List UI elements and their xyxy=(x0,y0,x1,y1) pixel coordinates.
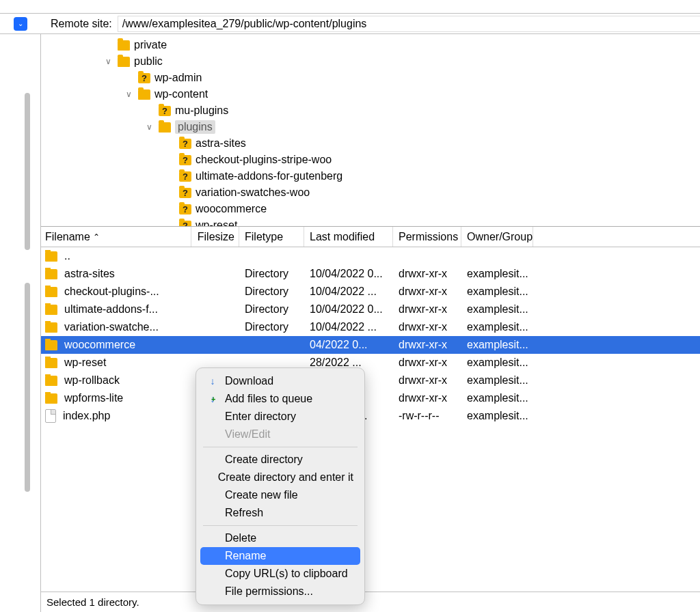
permissions-cell: drwxr-xr-x xyxy=(393,357,461,369)
ctx-add-to-queue[interactable]: ↓ Add files to queue xyxy=(200,390,360,408)
ctx-enter-directory[interactable]: Enter directory xyxy=(200,408,360,426)
tree-item[interactable]: private xyxy=(41,37,700,53)
tree-item[interactable]: ∨plugins xyxy=(41,119,700,135)
folder-icon xyxy=(45,269,57,279)
owner-cell: examplesit... xyxy=(461,374,533,387)
column-filetype[interactable]: Filetype xyxy=(239,227,304,247)
tree-item-label: variation-swatches-woo xyxy=(196,186,310,199)
tree-item-label: ultimate-addons-for-gutenberg xyxy=(196,170,342,182)
tree-item[interactable]: ?wp-admin xyxy=(41,70,700,86)
file-icon xyxy=(45,409,56,423)
filename-label: checkout-plugins-... xyxy=(64,286,159,298)
owner-cell: examplesit... xyxy=(461,321,533,333)
tree-item[interactable]: ∨wp-content xyxy=(41,86,700,102)
tree-item[interactable]: ?variation-swatches-woo xyxy=(41,184,700,201)
tree-item[interactable]: ∨public xyxy=(41,53,700,70)
tree-item-label: private xyxy=(134,39,167,51)
download-icon: ↓ xyxy=(207,376,218,387)
list-item[interactable]: variation-swatche...Directory10/04/2022 … xyxy=(41,318,700,336)
list-item[interactable]: wpforms-lite04/2022 ...drwxr-xr-xexample… xyxy=(41,389,700,407)
scrollbar-thumb[interactable] xyxy=(25,283,30,492)
status-bar: Selected 1 directory. xyxy=(41,592,700,612)
column-headers: Filename ⌃ Filesize Filetype Last modifi… xyxy=(41,227,700,247)
tree-item-label: wp-reset xyxy=(196,219,237,227)
permissions-cell: -rw-r--r-- xyxy=(393,410,461,422)
file-rows[interactable]: ..astra-sitesDirectory10/04/2022 0...drw… xyxy=(41,247,700,592)
add-queue-icon: ↓ xyxy=(207,393,218,404)
list-item[interactable]: astra-sitesDirectory10/04/2022 0...drwxr… xyxy=(41,265,700,283)
tree-item-label: woocommerce xyxy=(196,203,267,215)
filename-label: wp-reset xyxy=(64,357,106,369)
tree-item[interactable]: ?ultimate-addons-for-gutenberg xyxy=(41,168,700,184)
right-column: private∨public?wp-admin∨wp-content?mu-pl… xyxy=(41,34,700,612)
column-last-modified[interactable]: Last modified xyxy=(304,227,393,247)
ctx-create-directory-enter[interactable]: Create directory and enter it xyxy=(200,469,360,486)
dropdown-history-button[interactable]: ⌄ xyxy=(14,17,27,31)
folder-unknown-icon: ? xyxy=(179,204,191,214)
folder-icon xyxy=(45,393,57,404)
file-list-pane: Filename ⌃ Filesize Filetype Last modifi… xyxy=(41,227,700,612)
list-item[interactable]: checkout-plugins-...Directory10/04/2022 … xyxy=(41,283,700,301)
list-item[interactable]: .. xyxy=(41,247,700,265)
column-filesize[interactable]: Filesize xyxy=(191,227,239,247)
tree-item[interactable]: ?checkout-plugins-stripe-woo xyxy=(41,152,700,168)
ctx-copy-urls[interactable]: Copy URL(s) to clipboard xyxy=(200,565,360,583)
folder-icon xyxy=(118,57,130,67)
modified-cell: 10/04/2022 ... xyxy=(304,286,393,298)
list-item[interactable]: ultimate-addons-f...Directory10/04/2022 … xyxy=(41,301,700,318)
list-item[interactable]: index.php05/2021 0...-rw-r--r--examplesi… xyxy=(41,407,700,425)
filetype-cell: Directory xyxy=(239,286,304,298)
modified-cell: 04/2022 0... xyxy=(304,339,393,351)
folder-unknown-icon: ? xyxy=(179,221,191,227)
folder-icon xyxy=(45,340,57,350)
filename-label: ultimate-addons-f... xyxy=(64,303,158,316)
owner-cell: examplesit... xyxy=(461,410,533,422)
tree-item[interactable]: ?wp-reset xyxy=(41,217,700,227)
remote-path-input[interactable] xyxy=(118,16,700,32)
filename-label: astra-sites xyxy=(64,268,115,280)
filename-label: variation-swatche... xyxy=(64,321,159,333)
column-filename[interactable]: Filename ⌃ xyxy=(41,227,191,247)
disclosure-icon[interactable]: ∨ xyxy=(144,122,154,132)
ctx-delete[interactable]: Delete xyxy=(200,529,360,547)
ctx-file-permissions[interactable]: File permissions... xyxy=(200,583,360,600)
list-item[interactable]: wp-rollback04/2022 ...drwxr-xr-xexamples… xyxy=(41,372,700,389)
folder-icon xyxy=(45,322,57,333)
folder-unknown-icon: ? xyxy=(179,188,191,198)
folder-unknown-icon: ? xyxy=(159,106,171,116)
folder-icon xyxy=(45,287,57,297)
filename-label: wpforms-lite xyxy=(64,392,123,404)
permissions-cell: drwxr-xr-x xyxy=(393,303,461,316)
tree-item[interactable]: ?astra-sites xyxy=(41,135,700,152)
disclosure-icon[interactable]: ∨ xyxy=(103,57,113,66)
permissions-cell: drwxr-xr-x xyxy=(393,268,461,280)
modified-cell: 10/04/2022 0... xyxy=(304,268,393,280)
ctx-refresh[interactable]: Refresh xyxy=(200,504,360,522)
list-item[interactable]: woocommerce04/2022 0...drwxr-xr-xexample… xyxy=(41,336,700,354)
tree-item[interactable]: ?woocommerce xyxy=(41,201,700,217)
folder-unknown-icon: ? xyxy=(138,73,150,83)
filetype-cell: Directory xyxy=(239,303,304,316)
remote-tree[interactable]: private∨public?wp-admin∨wp-content?mu-pl… xyxy=(41,34,700,227)
column-label: Filename xyxy=(45,231,90,243)
list-item[interactable]: wp-reset28/2022 ...drwxr-xr-xexamplesit.… xyxy=(41,354,700,372)
disclosure-icon[interactable]: ∨ xyxy=(123,89,134,99)
scrollbar-thumb[interactable] xyxy=(25,93,30,250)
ctx-create-directory[interactable]: Create directory xyxy=(200,451,360,469)
ctx-rename[interactable]: Rename xyxy=(200,547,360,565)
folder-unknown-icon: ? xyxy=(179,171,191,182)
filetype-cell: Directory xyxy=(239,321,304,333)
tree-item-label: public xyxy=(134,55,163,68)
owner-cell: examplesit... xyxy=(461,268,533,280)
left-gutter xyxy=(0,34,41,612)
history-gutter: ⌄ xyxy=(0,14,41,33)
ctx-create-new-file[interactable]: Create new file xyxy=(200,486,360,504)
tree-item[interactable]: ?mu-plugins xyxy=(41,102,700,119)
tree-item-label: wp-admin xyxy=(154,72,202,84)
filename-label: .. xyxy=(64,250,70,262)
ctx-download[interactable]: ↓ Download xyxy=(200,372,360,390)
folder-icon xyxy=(45,305,57,315)
column-owner-group[interactable]: Owner/Group xyxy=(461,227,533,247)
column-permissions[interactable]: Permissions xyxy=(393,227,461,247)
tree-item-label: wp-content xyxy=(154,88,208,100)
